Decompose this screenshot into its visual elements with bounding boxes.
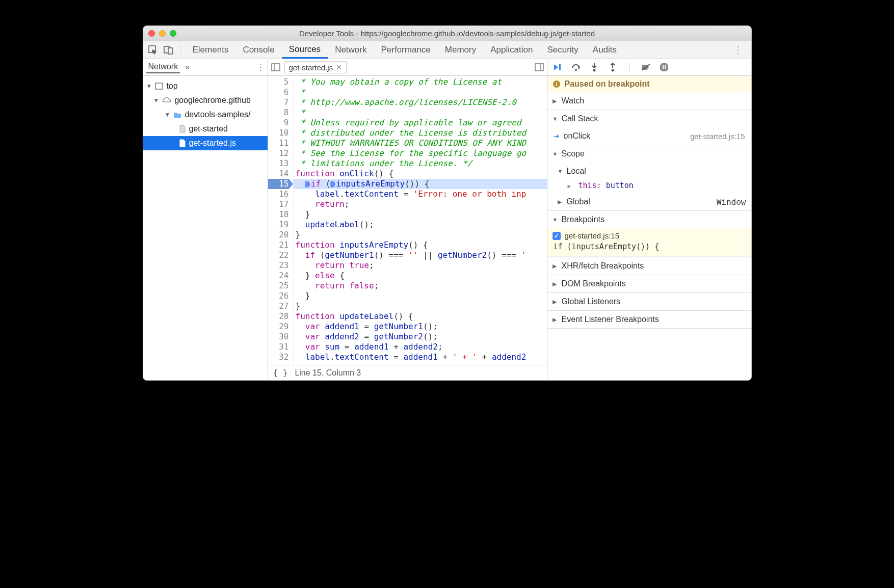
step-into-icon[interactable] (589, 62, 599, 72)
toggle-debugger-icon[interactable] (535, 63, 544, 71)
editor-tab-getstarted[interactable]: get-started.js ✕ (284, 61, 347, 73)
svg-rect-8 (559, 64, 561, 70)
step-over-icon[interactable] (571, 62, 581, 72)
tree-file-html[interactable]: get-started (143, 122, 268, 136)
editor-pane: get-started.js ✕ 56789101112131415161718… (268, 59, 547, 380)
close-tab-icon[interactable]: ✕ (336, 63, 342, 71)
svg-rect-14 (665, 65, 666, 69)
devtools-window: Developer Tools - https://googlechrome.g… (143, 25, 752, 381)
tree-top[interactable]: ▼ top (143, 79, 268, 93)
scope-section[interactable]: Scope (547, 145, 751, 163)
callstack-frame[interactable]: ➔ onClick get-started.js:15 (547, 127, 751, 145)
scope-global[interactable]: Global Window (547, 193, 751, 210)
breakpoint-entry[interactable]: get-started.js:15 if (inputsAreEmpty()) … (547, 228, 751, 257)
navigator-overflow-icon[interactable]: » (185, 63, 190, 72)
tab-memory[interactable]: Memory (438, 41, 483, 59)
svg-rect-4 (272, 64, 280, 71)
breakpoints-section[interactable]: Breakpoints (547, 211, 751, 228)
dom-breakpoints-section[interactable]: DOM Breakpoints (547, 275, 751, 292)
pause-exceptions-icon[interactable] (659, 62, 669, 72)
debugger-pane: i Paused on breakpoint Watch Call Stack … (547, 59, 751, 380)
svg-rect-2 (168, 48, 172, 54)
svg-point-9 (575, 69, 577, 71)
inspect-element-icon[interactable] (146, 43, 160, 57)
svg-rect-6 (535, 64, 543, 71)
tab-sources[interactable]: Sources (282, 41, 328, 59)
frame-location: get-started.js:15 (690, 132, 745, 141)
device-toolbar-icon[interactable] (162, 43, 175, 57)
tab-console[interactable]: Console (235, 41, 281, 59)
navigator-header: Network » ⋮ (143, 59, 268, 76)
devtools-tabs: ElementsConsoleSourcesNetworkPerformance… (143, 41, 751, 59)
scope-local[interactable]: Local (547, 163, 751, 180)
xhr-breakpoints-section[interactable]: XHR/fetch Breakpoints (547, 257, 751, 275)
tree-domain[interactable]: ▼ googlechrome.github (143, 93, 268, 108)
tree-file-js[interactable]: get-started.js (143, 136, 268, 150)
global-listeners-section[interactable]: Global Listeners (547, 293, 751, 310)
navigator-more-icon[interactable]: ⋮ (257, 63, 265, 72)
tab-security[interactable]: Security (540, 41, 585, 59)
tree-folder[interactable]: ▼ devtools-samples/ (143, 108, 268, 122)
editor-tab-bar: get-started.js ✕ (268, 59, 547, 76)
tab-application[interactable]: Application (483, 41, 540, 59)
resume-icon[interactable] (553, 62, 563, 72)
scope-variable[interactable]: this: button (547, 180, 751, 193)
window-title: Developer Tools - https://googlechrome.g… (143, 29, 751, 38)
svg-text:i: i (556, 81, 557, 87)
tab-performance[interactable]: Performance (374, 41, 437, 59)
deactivate-breakpoints-icon[interactable] (641, 62, 651, 72)
paused-banner: i Paused on breakpoint (547, 76, 751, 92)
more-icon[interactable]: ⋮ (728, 44, 748, 56)
file-tree: ▼ top ▼ googlechrome.github ▼ devtools-s… (143, 76, 268, 153)
step-out-icon[interactable] (608, 62, 618, 72)
watch-section[interactable]: Watch (547, 92, 751, 110)
event-listener-breakpoints-section[interactable]: Event Listener Breakpoints (547, 311, 751, 328)
callstack-section[interactable]: Call Stack (547, 110, 751, 127)
editor-status: { } Line 15, Column 3 (268, 365, 547, 380)
svg-rect-3 (155, 83, 163, 89)
navigator-tab-network[interactable]: Network (146, 61, 180, 73)
cursor-position: Line 15, Column 3 (295, 368, 361, 378)
svg-point-11 (611, 69, 614, 72)
breakpoint-checkbox[interactable] (553, 232, 561, 240)
tab-audits[interactable]: Audits (586, 41, 624, 59)
tab-elements[interactable]: Elements (186, 41, 236, 59)
pretty-print-icon[interactable]: { } (273, 368, 288, 378)
tab-network[interactable]: Network (328, 41, 374, 59)
current-frame-icon: ➔ (554, 132, 560, 140)
toggle-navigator-icon[interactable] (271, 63, 280, 71)
debugger-toolbar (547, 59, 751, 76)
code-editor[interactable]: 5678910111213141516171819202122232425262… (268, 76, 547, 365)
navigator-pane: Network » ⋮ ▼ top ▼ googlechrome.github … (143, 59, 268, 380)
svg-rect-13 (663, 65, 664, 69)
svg-point-10 (593, 69, 595, 72)
titlebar: Developer Tools - https://googlechrome.g… (143, 26, 751, 41)
